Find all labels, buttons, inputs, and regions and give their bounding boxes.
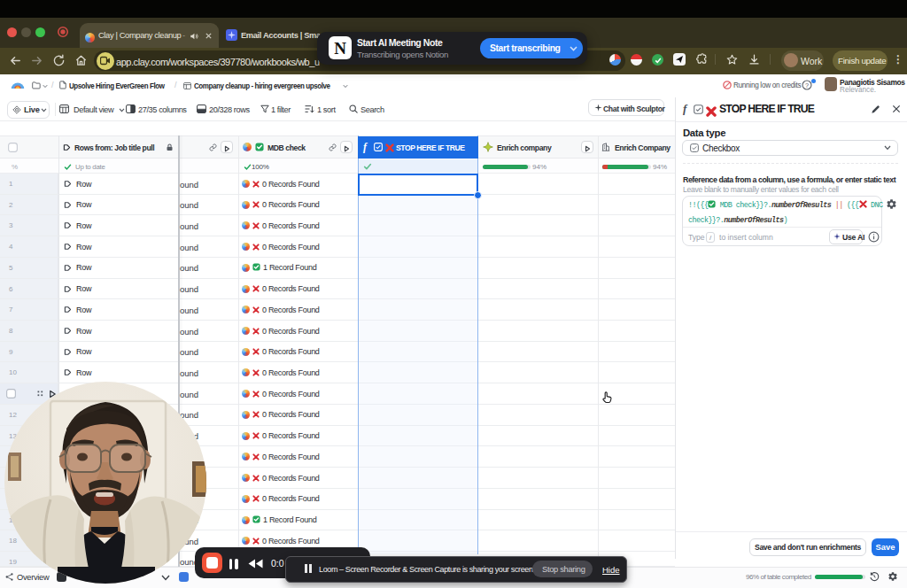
svg-text:?: ? [805,81,809,89]
